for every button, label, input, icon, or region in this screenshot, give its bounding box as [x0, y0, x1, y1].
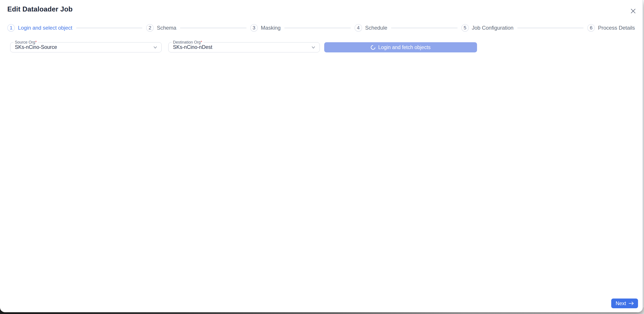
step-number-badge: 5	[461, 24, 469, 32]
step-label: Masking	[261, 25, 280, 31]
page-title: Edit Dataloader Job	[7, 5, 73, 13]
stepper-step-process-details[interactable]: 6 Process Details	[587, 24, 635, 32]
destination-org-label: Destination Org*	[172, 40, 204, 45]
step-number-badge: 1	[7, 24, 15, 32]
step-label: Job Configuration	[472, 25, 514, 31]
stepper-step-job-configuration[interactable]: 5 Job Configuration	[461, 24, 514, 32]
required-asterisk: *	[35, 40, 37, 44]
step-label: Login and select object	[18, 25, 72, 31]
step-connector	[180, 28, 246, 28]
arrow-right-icon	[628, 302, 634, 305]
stepper-step-schema[interactable]: 2 Schema	[146, 24, 176, 32]
step-connector	[391, 28, 458, 28]
next-button[interactable]: Next	[611, 299, 638, 308]
step-label: Process Details	[598, 25, 635, 31]
loading-spinner-icon	[370, 44, 376, 51]
source-org-label: Source Org*	[14, 40, 38, 45]
next-button-label: Next	[616, 301, 626, 307]
step-number-badge: 2	[146, 24, 154, 32]
chevron-down-icon	[152, 45, 158, 50]
step-label: Schema	[157, 25, 176, 31]
required-asterisk: *	[201, 40, 202, 44]
step-number-badge: 4	[354, 24, 362, 32]
source-org-select[interactable]: Source Org* SKs-nCino-Source	[10, 42, 162, 52]
step-connector	[76, 28, 142, 28]
edit-dataloader-job-modal: Edit Dataloader Job 1 Login and select o…	[0, 0, 643, 312]
login-and-fetch-objects-button[interactable]: Login and fetch objects	[324, 42, 477, 52]
step-number-badge: 6	[587, 24, 595, 32]
stepper-step-login-and-select-object[interactable]: 1 Login and select object	[7, 24, 72, 32]
step-connector	[284, 28, 351, 28]
stepper-step-masking[interactable]: 3 Masking	[250, 24, 280, 32]
step-connector	[517, 28, 584, 28]
chevron-down-icon	[311, 45, 316, 50]
destination-org-select[interactable]: Destination Org* SKs-nCino-nDest	[168, 42, 320, 52]
stepper-step-schedule[interactable]: 4 Schedule	[354, 24, 387, 32]
close-button[interactable]	[629, 7, 638, 15]
step-label: Schedule	[365, 25, 387, 31]
fetch-button-label: Login and fetch objects	[378, 44, 431, 50]
wizard-stepper: 1 Login and select object 2 Schema 3 Mas…	[7, 23, 635, 32]
step-number-badge: 3	[250, 24, 258, 32]
close-icon	[630, 8, 636, 14]
org-selection-row: Source Org* SKs-nCino-Source Destination…	[10, 42, 477, 52]
